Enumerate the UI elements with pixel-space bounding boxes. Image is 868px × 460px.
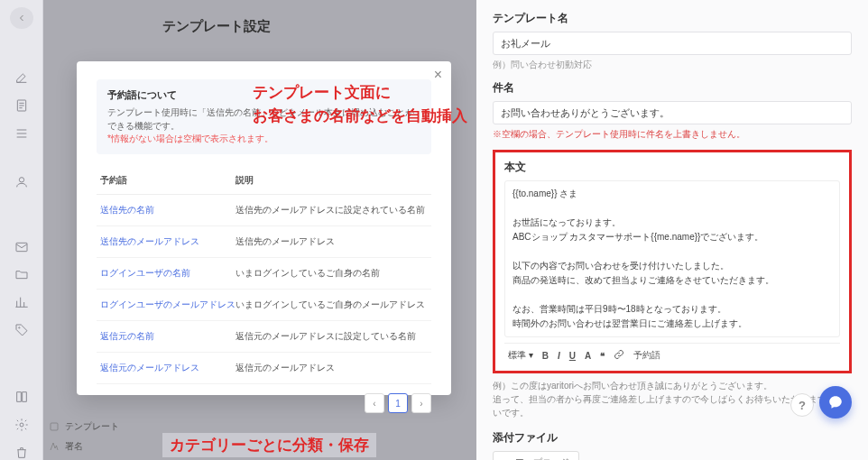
table-row[interactable]: ログインユーザのメールアドレスいまログインしているご自身のメールアドレス <box>97 290 431 321</box>
body-label: 本文 <box>504 160 840 175</box>
quote-button[interactable]: ❝ <box>600 351 605 361</box>
page-prev[interactable]: ‹ <box>365 393 384 413</box>
page-title: テンプレート設定 <box>162 18 271 35</box>
template-name-label: テンプレート名 <box>493 11 852 26</box>
back-button[interactable] <box>10 7 33 29</box>
reserved-word-name: 送信先の名前 <box>100 204 235 216</box>
table-row[interactable]: 返信元のメールアドレス返信元のメールアドレス <box>97 353 431 384</box>
body-section: 本文 {{to.name}} さま お世話になっております。 ABCショップ カ… <box>493 150 852 373</box>
svg-point-3 <box>18 327 19 328</box>
page-next[interactable]: › <box>411 393 431 413</box>
sidebar-bottom-list: テンプレート 署名 <box>0 417 144 456</box>
chart-icon[interactable] <box>13 295 31 310</box>
sidebar <box>0 0 43 460</box>
table-row[interactable]: 送信先の名前送信先のメールアドレスに設定されている名前 <box>97 195 431 226</box>
table-header: 予約語 説明 <box>97 167 431 195</box>
mail-icon[interactable] <box>13 239 31 254</box>
folder-icon[interactable] <box>13 267 31 282</box>
subject-note: ※空欄の場合、テンプレート使用時に件名を上書きしません。 <box>493 128 852 141</box>
table-row[interactable]: 返信元の名前返信元のメールアドレスに設定している名前 <box>97 321 431 353</box>
reserved-word-desc: 送信先のメールアドレスに設定されている名前 <box>235 204 428 216</box>
reserved-word-name: ログインユーザの名前 <box>100 267 235 280</box>
sidebar-item-template[interactable]: テンプレート <box>0 417 144 437</box>
text-color-button[interactable]: A <box>585 351 591 361</box>
help-button[interactable]: ? <box>790 393 814 417</box>
link-button[interactable] <box>614 349 624 362</box>
annotation-category: カテゴリーごとに分類・保存 <box>162 433 376 457</box>
annotation-autoinsert: テンプレート文面に お客さまの名前などを自動挿入 <box>253 81 467 127</box>
reserved-word-name: 返信元のメールアドレス <box>100 362 235 374</box>
editor-toolbar: 標準 ▾ B I U A ❝ 予約語 <box>504 343 840 367</box>
page-current[interactable]: 1 <box>388 393 408 413</box>
reserved-word-name: ログインユーザのメールアドレス <box>100 299 235 311</box>
reserved-word-name: 返信元の名前 <box>100 330 235 343</box>
svg-rect-2 <box>16 243 27 251</box>
th-reserved: 予約語 <box>100 174 235 187</box>
reserved-word-name: 送信先のメールアドレス <box>100 235 235 248</box>
list-icon[interactable] <box>13 125 31 141</box>
svg-rect-5 <box>51 423 58 430</box>
edit-icon[interactable] <box>13 69 31 85</box>
chat-fab[interactable] <box>819 386 852 419</box>
document-icon[interactable] <box>13 97 31 113</box>
pagination: ‹ 1 › <box>97 393 431 413</box>
template-name-input[interactable] <box>493 32 852 55</box>
subject-label: 件名 <box>493 80 852 96</box>
reserved-word-desc: 返信元のメールアドレスに設定している名前 <box>235 330 428 343</box>
style-select[interactable]: 標準 ▾ <box>508 349 533 362</box>
tag-icon[interactable] <box>13 323 31 338</box>
th-description: 説明 <box>235 174 428 187</box>
subject-input[interactable] <box>493 101 852 124</box>
reserved-word-button[interactable]: 予約語 <box>633 349 660 362</box>
reserved-word-desc: 送信先のメールアドレス <box>235 235 428 248</box>
reserved-word-desc: 返信元のメールアドレス <box>235 362 428 374</box>
upload-button[interactable]: アップロード <box>493 451 579 460</box>
table-row[interactable]: 送信先のメールアドレス送信先のメールアドレス <box>97 226 431 258</box>
attachment-label: 添付ファイル <box>493 430 852 446</box>
table-row[interactable]: ログインユーザの名前いまログインしているご自身の名前 <box>97 258 431 290</box>
underline-button[interactable]: U <box>569 351 576 361</box>
bold-button[interactable]: B <box>542 351 549 361</box>
user-icon[interactable] <box>13 175 31 190</box>
reserved-word-desc: いまログインしているご自身のメールアドレス <box>235 299 428 311</box>
body-textarea[interactable]: {{to.name}} さま お世話になっております。 ABCショップ カスタマ… <box>504 180 840 337</box>
book-icon[interactable] <box>13 389 31 404</box>
svg-point-1 <box>19 178 23 182</box>
template-name-hint: 例）問い合わせ初動対応 <box>493 59 852 71</box>
reserved-word-desc: いまログインしているご自身の名前 <box>235 267 428 280</box>
italic-button[interactable]: I <box>558 351 560 361</box>
info-note: *情報がない場合は空欄で表示されます。 <box>107 133 420 145</box>
template-form: テンプレート名 例）問い合わせ初動対応 件名 ※空欄の場合、テンプレート使用時に… <box>476 0 868 460</box>
sidebar-item-signature[interactable]: 署名 <box>0 437 144 456</box>
